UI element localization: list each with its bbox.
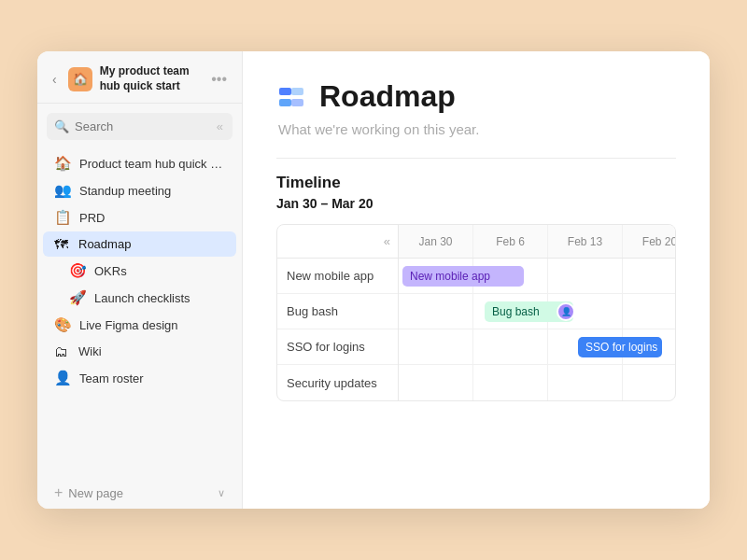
nav-label-prd: PRD (79, 211, 225, 225)
timeline-col-header: Feb 6 (473, 225, 548, 258)
timeline-container: « New mobile app Bug bash SSO for logins… (276, 224, 676, 401)
main-content: Roadmap What we're working on this year.… (243, 51, 710, 509)
more-options-button[interactable]: ••• (207, 69, 231, 90)
nav-label-figma: Live Figma design (79, 318, 225, 332)
svg-rect-2 (291, 88, 303, 95)
svg-rect-3 (291, 99, 303, 106)
page-subtitle: What we're working on this year. (276, 121, 676, 137)
timeline-label-row: Security updates (277, 365, 398, 400)
sidebar-header: ‹ 🏠 My product team hub quick start ••• (37, 51, 242, 104)
search-icon: 🔍 (54, 119, 69, 133)
timeline-label-row: SSO for logins (277, 329, 398, 365)
nav-icon-team: 👤 (54, 370, 72, 386)
sidebar-item-wiki[interactable]: 🗂 Wiki (43, 339, 236, 364)
timeline-cell (623, 294, 675, 329)
timeline-label-header: « (277, 225, 398, 259)
nav-label-standup: Standup meeting (79, 184, 225, 198)
sidebar-nav: 🏠 Product team hub quick st... 👥 Standup… (37, 146, 242, 477)
nav-label-team: Team roster (79, 371, 225, 385)
timeline-cell (399, 329, 473, 364)
timeline-cell (473, 365, 548, 400)
timeline-header: Jan 30 Feb 6 Feb 13 Feb 20 Feb 27 (399, 225, 675, 259)
sidebar-item-figma[interactable]: 🎨 Live Figma design (43, 312, 236, 338)
sidebar-item-standup[interactable]: 👥 Standup meeting (43, 177, 236, 203)
timeline-grid: Jan 30 Feb 6 Feb 13 Feb 20 Feb 27 New mo… (399, 225, 675, 400)
timeline-row-sso: SSO for logins (399, 329, 675, 365)
timeline-label-row: New mobile app (277, 259, 398, 294)
gantt-bar-bugbash[interactable]: Bug bash 👤 (485, 301, 573, 322)
svg-rect-1 (279, 99, 291, 106)
sidebar-item-product-hub[interactable]: 🏠 Product team hub quick st... (43, 150, 236, 176)
nav-icon-roadmap: 🗺 (54, 236, 71, 252)
timeline-col-header: Feb 13 (548, 225, 623, 258)
main-content-area: Roadmap What we're working on this year.… (243, 51, 710, 509)
date-range: Jan 30 – Mar 20 (276, 196, 676, 211)
timeline-cell (399, 365, 473, 400)
timeline-cell (399, 294, 473, 329)
collapse-sidebar-button[interactable]: « (215, 118, 225, 135)
nav-icon-prd: 📋 (54, 209, 72, 226)
sidebar-item-roadmap[interactable]: 🗺 Roadmap (43, 231, 236, 257)
search-input[interactable] (75, 119, 209, 133)
expand-icon: ∨ (218, 487, 225, 499)
nav-icon-launch: 🚀 (69, 289, 87, 306)
timeline-label-row: Bug bash (277, 294, 398, 329)
nav-label-okrs: OKRs (94, 264, 225, 278)
sidebar-item-team[interactable]: 👤 Team roster (43, 365, 236, 391)
collapse-timeline-button[interactable]: « (384, 234, 390, 248)
avatar: 👤 (557, 302, 573, 321)
nav-icon-standup: 👥 (54, 182, 72, 199)
sidebar-item-prd[interactable]: 📋 PRD (43, 204, 236, 231)
page-title: Roadmap (319, 79, 456, 114)
nav-label-launch: Launch checklists (94, 291, 225, 305)
timeline-cell (473, 329, 548, 364)
nav-label-roadmap: Roadmap (78, 237, 225, 251)
nav-icon-figma: 🎨 (54, 316, 72, 333)
section-divider (276, 158, 676, 159)
sidebar-item-okrs[interactable]: 🎯 OKRs (43, 258, 236, 284)
svg-rect-0 (279, 88, 291, 95)
nav-label-wiki: Wiki (78, 344, 225, 358)
timeline-col-header: Jan 30 (399, 225, 473, 258)
timeline-col-header: Feb 20 (623, 225, 675, 258)
section-title: Timeline (276, 174, 676, 192)
back-button[interactable]: ‹ (49, 70, 61, 89)
workspace-title: My product team hub quick start (100, 64, 203, 93)
new-page-label: New page (68, 486, 123, 500)
roadmap-icon (276, 82, 306, 112)
sidebar-search-bar[interactable]: 🔍 « (47, 113, 233, 140)
new-page-button[interactable]: + New page ∨ (43, 479, 236, 507)
timeline-labels: « New mobile app Bug bash SSO for logins… (277, 225, 399, 400)
nav-icon-product-hub: 🏠 (54, 155, 72, 172)
workspace-icon: 🏠 (68, 67, 92, 91)
timeline-cell (548, 365, 623, 400)
page-title-row: Roadmap (276, 79, 676, 114)
timeline-row-mobile: New mobile app (399, 259, 675, 294)
sidebar: ‹ 🏠 My product team hub quick start ••• … (37, 51, 243, 509)
timeline-row-security (399, 365, 675, 400)
nav-icon-wiki: 🗂 (54, 343, 71, 359)
nav-icon-okrs: 🎯 (69, 262, 87, 279)
gantt-bar-mobile-app[interactable]: New mobile app (402, 266, 524, 287)
gantt-bar-sso[interactable]: SSO for logins (578, 337, 662, 357)
timeline-cell (623, 365, 675, 400)
timeline-cell (548, 259, 623, 293)
nav-label-product-hub: Product team hub quick st... (79, 157, 225, 171)
sidebar-item-launch[interactable]: 🚀 Launch checklists (43, 285, 236, 311)
timeline-cell (623, 259, 675, 293)
sidebar-header-left: ‹ 🏠 My product team hub quick start (49, 64, 203, 93)
timeline-row-bugbash: Bug bash 👤 (399, 294, 675, 329)
plus-icon: + (54, 484, 63, 501)
app-window: ‹ 🏠 My product team hub quick start ••• … (37, 51, 710, 509)
